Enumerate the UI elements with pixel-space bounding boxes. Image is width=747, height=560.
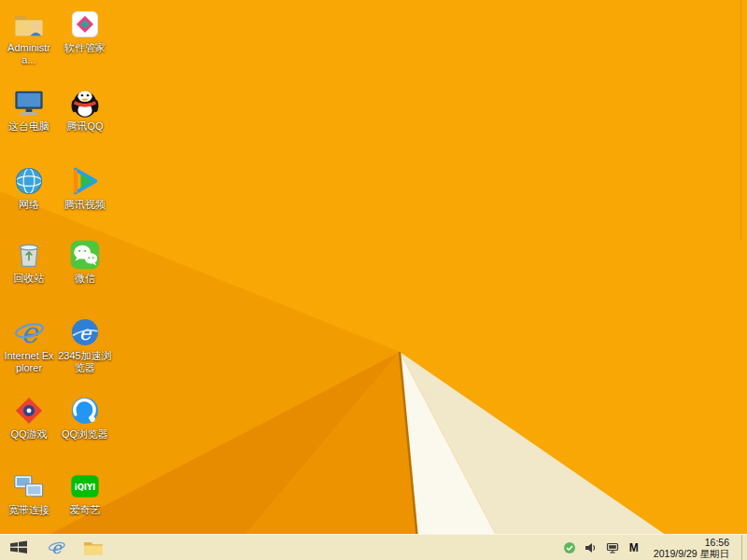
svg-text:e: e [21,316,39,349]
desktop-icon-network[interactable]: 网络 [2,164,56,211]
broadband-connection-icon [12,469,46,503]
computer-icon [12,86,46,119]
play-icon [68,164,102,198]
desktop-icon-label: 微信 [58,273,112,285]
clock-time: 16:56 [654,537,729,548]
desktop-icon-label: 软件管家 [58,42,112,54]
recycle-bin-icon [12,238,46,272]
software-manager-icon [68,7,102,41]
show-desktop-button[interactable] [741,535,747,560]
desktop-icon-label: 宽带连接 [2,504,56,516]
desktop-icon-2345-browser[interactable]: e 2345加速浏览器 [58,315,112,373]
system-tray: M 16:56 2019/9/29 星期日 [562,535,747,560]
desktop-icon-label: QQ浏览器 [58,428,112,441]
taskbar-explorer-button[interactable] [75,535,112,560]
desktop-icon-label: 2345加速浏览器 [58,350,112,373]
desktop-icon-label: Administra... [2,42,56,65]
svg-text:e: e [79,321,92,344]
desktop: Administra... 这台电脑 网络 回收站 e Internet Exp… [0,0,747,560]
wechat-icon [68,238,102,272]
clock[interactable]: 16:56 2019/9/29 星期日 [648,537,735,559]
ie-icon: e [47,538,66,557]
desktop-icon-tencent-video[interactable]: 腾讯视频 [58,164,112,211]
desktop-icon-label: 网络 [2,199,56,211]
tray-security-icon[interactable] [562,540,577,555]
iqiyi-icon: iQIYI [68,469,102,503]
taskbar-ie-button[interactable]: e [37,535,75,560]
windows-logo-icon [9,539,28,555]
folder-icon [83,539,104,556]
desktop-icon-iqiyi[interactable]: iQIYI 爱奇艺 [58,469,112,516]
svg-text:iQIYI: iQIYI [75,483,95,492]
desktop-icon-label: QQ游戏 [2,428,56,441]
qq-penguin-icon [68,86,102,119]
network-icon[interactable] [605,540,620,555]
desktop-icon-label: 腾讯视频 [58,199,112,211]
desktop-icon-wechat[interactable]: 微信 [58,238,112,285]
2345-browser-icon: e [68,315,102,349]
clock-date: 2019/9/29 星期日 [654,548,729,559]
volume-icon[interactable] [584,540,599,555]
ie-icon: e [12,315,46,349]
qq-games-icon [12,394,46,427]
wallpaper [0,0,747,560]
desktop-icon-internet-explorer[interactable]: e Internet Explorer [2,315,56,373]
qq-browser-icon [68,394,102,427]
start-button[interactable] [0,535,37,560]
desktop-icon-qq-browser[interactable]: QQ浏览器 [58,394,112,441]
desktop-icon-software-manager[interactable]: 软件管家 [58,7,112,54]
desktop-icon-administrator[interactable]: Administra... [2,7,56,65]
desktop-icon-broadband[interactable]: 宽带连接 [2,469,56,516]
desktop-icon-label: 这台电脑 [2,120,56,133]
input-method-indicator[interactable]: M [627,541,641,554]
desktop-icon-qq-games[interactable]: QQ游戏 [2,394,56,441]
desktop-icon-label: 腾讯QQ [58,120,112,133]
desktop-icon-this-pc[interactable]: 这台电脑 [2,86,56,133]
user-folder-icon [12,7,46,41]
globe-icon [12,164,46,198]
desktop-icon-label: 爱奇艺 [58,504,112,516]
desktop-icon-tencent-qq[interactable]: 腾讯QQ [58,86,112,133]
desktop-icon-label: Internet Explorer [2,350,56,373]
desktop-icon-label: 回收站 [2,273,56,285]
desktop-icon-recycle-bin[interactable]: 回收站 [2,238,56,285]
taskbar: e M 16:56 2019/9/29 星期日 [0,534,747,560]
